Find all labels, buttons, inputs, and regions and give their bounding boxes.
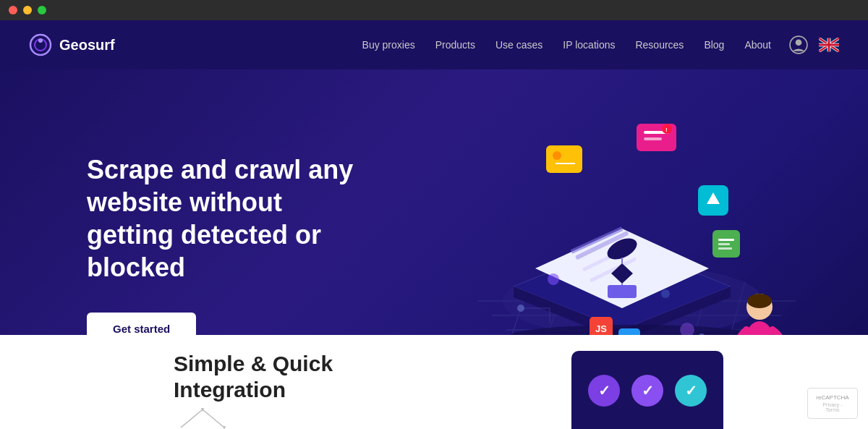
svg-line-74 (181, 409, 203, 428)
hero-title: Scrape and crawl any website without get… (87, 153, 362, 284)
hero-section: Scrape and crawl any website without get… (0, 69, 868, 429)
uk-flag-svg (819, 38, 839, 52)
recaptcha-badge: reCAPTCHA Privacy - Terms (807, 388, 858, 419)
recaptcha-label: reCAPTCHA (815, 394, 850, 401)
svg-text:!: ! (665, 127, 668, 133)
logo-icon (29, 33, 52, 56)
svg-rect-26 (608, 285, 637, 298)
checkmark-2: ✓ (642, 382, 654, 399)
svg-rect-53 (644, 137, 662, 140)
nav-item-buy-proxies[interactable]: Buy proxies (362, 38, 415, 51)
svg-point-49 (553, 151, 561, 160)
close-button[interactable] (9, 6, 17, 14)
integration-title: Simple & Quick Integration (174, 351, 571, 403)
check-circle-1: ✓ (588, 375, 620, 407)
nav-links: Buy proxies Products Use cases IP locati… (362, 38, 771, 51)
page: Geosurf Buy proxies Products Use cases I… (0, 20, 868, 429)
language-flag-icon[interactable] (819, 35, 839, 55)
logo-text: Geosurf (59, 37, 115, 54)
svg-rect-60 (718, 243, 730, 245)
maximize-button[interactable] (38, 6, 46, 14)
integration-text-area: Simple & Quick Integration (0, 351, 571, 429)
minimize-button[interactable] (23, 6, 32, 14)
svg-point-0 (30, 35, 51, 55)
logo[interactable]: Geosurf (29, 33, 115, 56)
checkmark-1: ✓ (598, 382, 610, 399)
navbar: Geosurf Buy proxies Products Use cases I… (0, 20, 868, 69)
svg-point-66 (548, 273, 559, 285)
recaptcha-terms: Privacy - Terms (815, 402, 850, 412)
svg-point-2 (38, 38, 43, 43)
nav-item-about[interactable]: About (744, 38, 771, 51)
checkmark-3: ✓ (685, 382, 697, 399)
arrow-decoration (174, 406, 231, 429)
svg-point-4 (796, 39, 802, 46)
nav-item-use-cases[interactable]: Use cases (495, 38, 542, 51)
check-circle-3: ✓ (675, 375, 707, 407)
svg-point-33 (747, 294, 772, 308)
svg-point-73 (517, 305, 524, 312)
titlebar (0, 0, 868, 20)
nav-item-products[interactable]: Products (435, 38, 475, 51)
user-account-icon[interactable] (788, 35, 809, 55)
nav-icons (788, 35, 839, 55)
svg-marker-77 (223, 426, 226, 429)
integration-checks-card: ✓ ✓ ✓ (571, 351, 723, 429)
bottom-section: Simple & Quick Integration ✓ ✓ (0, 335, 868, 429)
nav-item-blog[interactable]: Blog (704, 38, 724, 51)
account-svg (789, 35, 808, 54)
hero-content: Scrape and crawl any website without get… (0, 153, 362, 345)
svg-rect-61 (718, 247, 732, 250)
svg-rect-59 (718, 239, 734, 241)
nav-item-ip-locations[interactable]: IP locations (563, 38, 615, 51)
svg-rect-48 (546, 145, 582, 173)
svg-text:JS: JS (595, 323, 607, 334)
nav-item-resources[interactable]: Resources (635, 38, 684, 51)
check-circle-2: ✓ (631, 375, 663, 407)
svg-line-75 (203, 409, 224, 428)
svg-point-67 (661, 289, 670, 298)
